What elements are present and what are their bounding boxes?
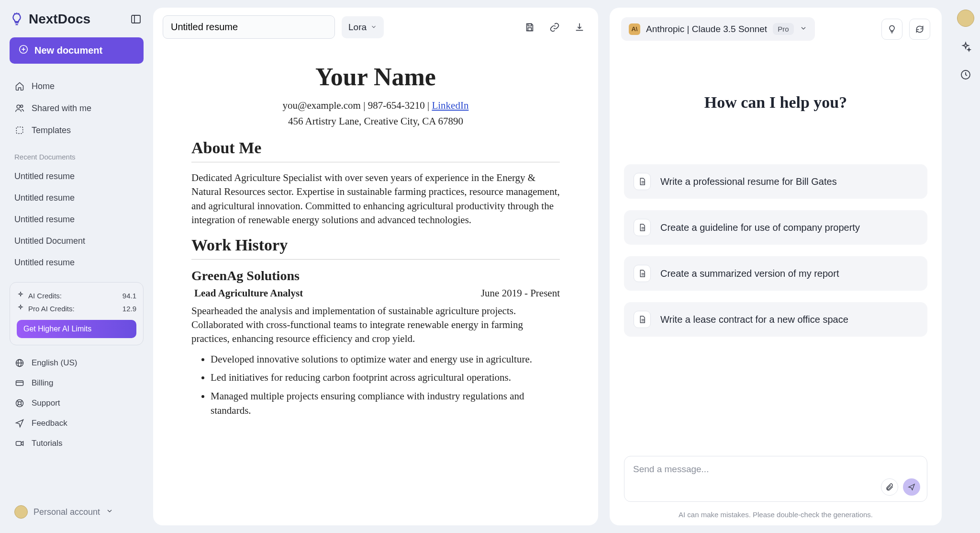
- language-selector[interactable]: English (US): [10, 354, 144, 372]
- sidebar-collapse-button[interactable]: [128, 11, 144, 27]
- brand-name: NextDocs: [29, 11, 90, 27]
- suggestion-card[interactable]: Create a summarized version of my report: [624, 256, 927, 291]
- ai-panel: A\ Anthropic | Claude 3.5 Sonnet Pro How…: [610, 8, 942, 525]
- anthropic-logo-icon: A\: [629, 23, 640, 35]
- about-text: Dedicated Agriculture Specialist with ov…: [191, 171, 560, 227]
- globe-icon: [14, 358, 25, 368]
- document-toolbar: Lora: [153, 8, 598, 44]
- life-buoy-icon: [14, 398, 25, 408]
- ai-disclaimer: AI can make mistakes. Please double-chec…: [610, 508, 942, 525]
- document-icon: [634, 311, 651, 328]
- recent-document[interactable]: Untitled resume: [10, 210, 144, 229]
- sidebar: NextDocs New document Home Shared with m…: [0, 0, 153, 533]
- users-icon: [14, 103, 25, 113]
- list-item: Managed multiple projects ensuring compl…: [211, 389, 560, 418]
- document-icon: [634, 265, 651, 282]
- save-button[interactable]: [521, 18, 539, 36]
- user-avatar[interactable]: [957, 10, 974, 27]
- chevron-down-icon: [106, 507, 113, 517]
- recent-documents-list: Untitled resume Untitled resume Untitled…: [10, 167, 144, 272]
- ai-credits-value: 94.1: [122, 292, 136, 300]
- model-selector[interactable]: A\ Anthropic | Claude 3.5 Sonnet Pro: [621, 17, 815, 41]
- ai-message-input[interactable]: Send a message...: [624, 456, 927, 502]
- get-higher-limits-button[interactable]: Get Higher AI Limits: [17, 320, 136, 338]
- history-button[interactable]: [958, 67, 973, 82]
- nav-feedback[interactable]: Feedback: [10, 414, 144, 432]
- svg-rect-20: [528, 23, 531, 26]
- credit-card-icon: [14, 378, 25, 388]
- pro-credits-value: 12.9: [122, 305, 136, 313]
- sparkle-icon: [17, 304, 24, 313]
- svg-rect-0: [132, 15, 140, 23]
- list-item: Developed innovative solutions to optimi…: [211, 352, 560, 366]
- nav-billing[interactable]: Billing: [10, 374, 144, 392]
- font-selector[interactable]: Lora: [342, 16, 384, 38]
- send-button[interactable]: [903, 478, 920, 496]
- document-title-input[interactable]: [163, 15, 335, 39]
- nav-templates[interactable]: Templates: [10, 120, 144, 140]
- recent-document[interactable]: Untitled resume: [10, 253, 144, 272]
- brand[interactable]: NextDocs: [10, 11, 90, 27]
- right-rail: [951, 0, 980, 533]
- recent-document[interactable]: Untitled resume: [10, 167, 144, 186]
- list-item: Led initiatives for reducing carbon foot…: [211, 370, 560, 385]
- document-icon: [634, 173, 651, 190]
- document-content[interactable]: Your Name you@example.com | 987-654-3210…: [153, 44, 598, 525]
- recent-documents-header: Recent Documents: [10, 143, 144, 164]
- suggestion-card[interactable]: Write a professional resume for Bill Gat…: [624, 164, 927, 199]
- video-icon: [14, 438, 25, 449]
- chevron-down-icon: [800, 24, 807, 34]
- nav-tutorials[interactable]: Tutorials: [10, 434, 144, 453]
- model-name: Anthropic | Claude 3.5 Sonnet: [646, 24, 767, 34]
- svg-point-6: [21, 105, 23, 107]
- template-icon: [14, 125, 25, 136]
- nav-home[interactable]: Home: [10, 76, 144, 96]
- svg-rect-21: [528, 27, 531, 30]
- lightbulb-icon: [10, 12, 24, 26]
- refresh-button[interactable]: [909, 19, 930, 40]
- nav-support[interactable]: Support: [10, 394, 144, 412]
- ai-credits-card: AI Credits: 94.1 Pro AI Credits: 12.9 Ge…: [10, 282, 144, 345]
- svg-point-14: [18, 402, 22, 405]
- svg-point-5: [17, 105, 20, 108]
- svg-rect-19: [16, 442, 22, 445]
- document-panel: Lora Your Name you@example.com | 987-654…: [153, 8, 598, 525]
- recent-document[interactable]: Untitled Document: [10, 231, 144, 251]
- document-icon: [634, 219, 651, 236]
- svg-rect-11: [16, 381, 23, 386]
- ideas-button[interactable]: [881, 19, 902, 40]
- resume-name: Your Name: [191, 63, 560, 91]
- company-name: GreenAg Solutions: [191, 268, 560, 284]
- share-link-button[interactable]: [546, 18, 564, 36]
- job-title: Lead Agriculture Analyst: [191, 287, 303, 299]
- work-history-heading: Work History: [191, 236, 560, 254]
- suggestion-card[interactable]: Write a lease contract for a new office …: [624, 302, 927, 337]
- new-document-label: New document: [34, 45, 102, 56]
- avatar: [14, 505, 28, 519]
- ai-greeting: How can I help you?: [610, 93, 942, 112]
- attach-button[interactable]: [881, 478, 898, 496]
- sparkle-icon: [17, 291, 24, 300]
- svg-rect-7: [16, 127, 22, 133]
- plus-circle-icon: [18, 44, 29, 57]
- send-icon: [14, 418, 25, 429]
- suggestion-card[interactable]: Create a guideline for use of company pr…: [624, 210, 927, 245]
- ai-suggestions: Write a professional resume for Bill Gat…: [610, 164, 942, 337]
- ai-input-placeholder: Send a message...: [633, 464, 709, 474]
- job-dates: June 2019 - Present: [481, 287, 560, 299]
- address-line: 456 Artistry Lane, Creative City, CA 678…: [191, 115, 560, 127]
- job-summary: Spearheaded the analysis and implementat…: [191, 304, 560, 346]
- nav-shared[interactable]: Shared with me: [10, 98, 144, 118]
- job-bullets: Developed innovative solutions to optimi…: [191, 352, 560, 418]
- contact-line: you@example.com | 987-654-3210 | LinkedI…: [191, 100, 560, 112]
- account-switcher[interactable]: Personal account: [10, 500, 144, 523]
- linkedin-link[interactable]: LinkedIn: [432, 100, 468, 111]
- about-heading: About Me: [191, 139, 560, 157]
- new-document-button[interactable]: New document: [10, 37, 144, 64]
- ai-sparkle-button[interactable]: [958, 39, 973, 55]
- chevron-down-icon: [370, 22, 377, 33]
- download-button[interactable]: [570, 18, 589, 36]
- pro-badge: Pro: [773, 23, 793, 35]
- home-icon: [14, 81, 25, 91]
- recent-document[interactable]: Untitled resume: [10, 188, 144, 208]
